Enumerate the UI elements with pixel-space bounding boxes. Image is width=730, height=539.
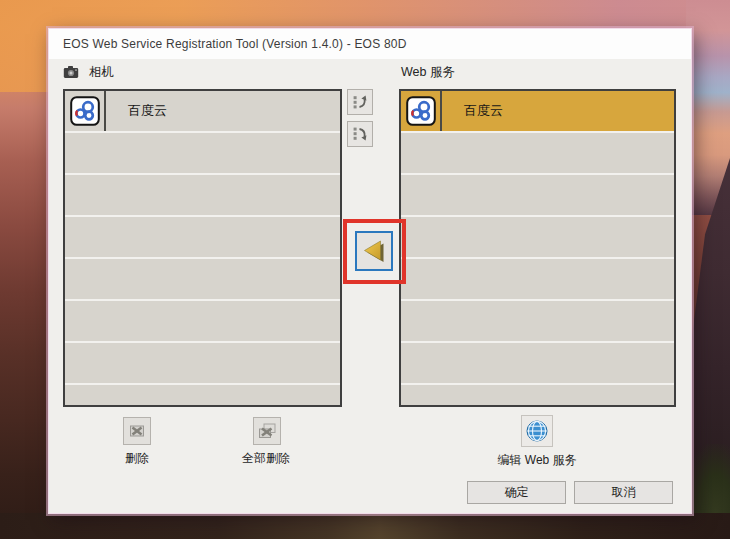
camera-list-empty-row (65, 301, 340, 341)
delete-button-label: 删除 (109, 450, 165, 467)
edit-web-service-button[interactable] (521, 415, 553, 447)
camera-list-empty-row (65, 217, 340, 257)
web-service-list-empty-row (401, 259, 674, 299)
web-service-list-item-selected[interactable]: 百度云 (401, 91, 674, 131)
window-title: EOS Web Service Registration Tool (Versi… (63, 37, 407, 51)
assign-to-camera-button[interactable] (355, 231, 393, 271)
camera-item-name: 百度云 (106, 91, 167, 131)
web-service-panel-label-text: Web 服务 (401, 64, 455, 81)
globe-icon (525, 419, 549, 443)
gold-left-arrow-icon (360, 237, 388, 265)
list-move-down-icon (352, 126, 368, 142)
web-service-list-empty-row (401, 301, 674, 341)
camera-item-icon-cell (65, 91, 106, 131)
camera-panel-label-text: 相机 (89, 64, 114, 81)
baidu-cloud-icon (406, 96, 436, 126)
web-service-list-empty-row (401, 175, 674, 215)
camera-list-empty-row (65, 133, 340, 173)
camera-list-empty-row (65, 259, 340, 299)
camera-list-empty-row (65, 385, 340, 407)
eos-registration-dialog: EOS Web Service Registration Tool (Versi… (48, 28, 692, 514)
delete-x-icon (127, 421, 147, 441)
camera-list-empty-row (65, 343, 340, 383)
web-service-list-empty-row (401, 217, 674, 257)
web-service-list[interactable]: 百度云 (399, 89, 676, 407)
move-item-up-button[interactable] (347, 89, 373, 115)
web-service-list-empty-row (401, 343, 674, 383)
delete-button[interactable] (123, 417, 151, 445)
baidu-cloud-icon (70, 96, 100, 126)
title-bar[interactable]: EOS Web Service Registration Tool (Versi… (49, 29, 691, 59)
web-service-panel-label: Web 服务 (401, 62, 455, 82)
wallpaper-terrain (0, 513, 730, 539)
camera-list-empty-row (65, 175, 340, 215)
camera-panel-label: 相机 (63, 62, 114, 82)
web-item-name: 百度云 (442, 91, 503, 131)
ok-button[interactable]: 确定 (467, 481, 566, 504)
edit-web-service-label: 编辑 Web 服务 (485, 452, 589, 469)
web-item-icon-cell (401, 91, 442, 131)
delete-all-x-icon (257, 421, 277, 441)
web-service-list-empty-row (401, 385, 674, 407)
camera-list[interactable]: 百度云 (63, 89, 342, 407)
web-service-list-empty-row (401, 133, 674, 173)
cancel-button[interactable]: 取消 (574, 481, 673, 504)
delete-all-button-label: 全部删除 (226, 450, 306, 467)
delete-all-button[interactable] (253, 417, 281, 445)
list-move-up-icon (352, 94, 368, 110)
camera-list-item[interactable]: 百度云 (65, 91, 340, 131)
desktop-background: EOS Web Service Registration Tool (Versi… (0, 0, 730, 539)
move-item-down-button[interactable] (347, 121, 373, 147)
camera-icon (63, 65, 79, 79)
